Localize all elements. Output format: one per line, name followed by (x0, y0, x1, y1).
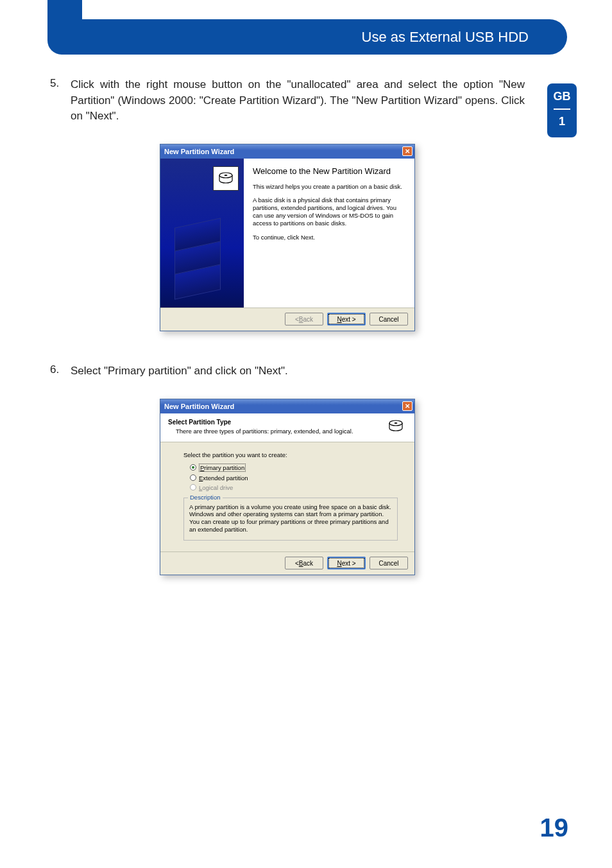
cancel-button[interactable]: Cancel (370, 313, 408, 326)
description-legend: Description (188, 494, 223, 501)
radio-logical-drive: Logical drive (190, 484, 398, 491)
svg-point-1 (225, 175, 228, 176)
dialog-1-footer: < Back Next > Cancel (160, 308, 414, 331)
dialog-1-p2: A basic disk is a physical disk that con… (253, 196, 405, 227)
radio-icon (190, 474, 196, 481)
side-tab-lang: GB (547, 90, 577, 103)
next-button[interactable]: Next > (327, 313, 366, 326)
dialog-2-title: New Partition Wizard (164, 403, 234, 410)
dialog-2-wrap: New Partition Wizard ✕ Select Partition … (50, 399, 525, 575)
dialog-1-p3: To continue, click Next. (253, 234, 405, 241)
header-title: Use as External USB HDD (362, 29, 529, 46)
page-number: 19 (540, 813, 569, 842)
step-6-text: Select "Primary partition" and click on … (71, 363, 525, 379)
close-icon: ✕ (405, 148, 410, 155)
radio-icon (190, 484, 196, 490)
step-5: 5. Click with the right mouse button on … (50, 77, 525, 125)
content-area: 5. Click with the right mouse button on … (50, 77, 525, 607)
dialog-1-titlebar: New Partition Wizard ✕ (160, 144, 414, 159)
radio-extended-partition[interactable]: Extended partition (190, 474, 398, 482)
partition-type-prompt: Select the partition you want to create: (183, 451, 398, 458)
cancel-button[interactable]: Cancel (370, 557, 408, 569)
side-tab-section: 1 (547, 115, 577, 128)
step-6: 6. Select "Primary partition" and click … (50, 363, 525, 379)
back-button[interactable]: < Back (285, 313, 323, 326)
dialog-2-content: Select the partition you want to create:… (160, 442, 414, 551)
disk-stack-graphic (174, 223, 221, 292)
next-button[interactable]: Next > (327, 557, 366, 569)
dialog-1-main: Welcome to the New Partition Wizard This… (244, 159, 414, 308)
dialog-2-header: Select Partition Type There are three ty… (160, 413, 414, 442)
dialog-2-titlebar: New Partition Wizard ✕ (160, 399, 414, 413)
dialog-2-header-sub: There are three types of partitions: pri… (168, 428, 387, 435)
radio-primary-partition[interactable]: Primary partition (190, 464, 398, 472)
dialog-2-footer: < Back Next > Cancel (160, 551, 414, 575)
dialog-1-title: New Partition Wizard (164, 148, 234, 155)
description-text: A primary partition is a volume you crea… (189, 503, 392, 534)
back-button[interactable]: < Back (285, 557, 323, 569)
description-group: Description A primary partition is a vol… (183, 498, 398, 541)
step-6-number: 6. (50, 363, 71, 379)
disk-icon (213, 166, 239, 191)
dialog-new-partition-welcome: New Partition Wizard ✕ (160, 144, 415, 331)
radio-icon (190, 464, 196, 471)
dialog-1-wrap: New Partition Wizard ✕ (50, 144, 525, 331)
step-5-text: Click with the right mouse button on the… (71, 77, 525, 125)
header-title-bar: Use as External USB HDD (76, 19, 567, 55)
step-5-number: 5. (50, 77, 71, 125)
page-header: Use as External USB HDD (0, 0, 612, 55)
svg-point-3 (395, 422, 398, 424)
side-tab: GB 1 (547, 83, 577, 137)
side-tab-divider (554, 108, 570, 110)
close-button[interactable]: ✕ (402, 146, 412, 156)
dialog-1-body: Welcome to the New Partition Wizard This… (160, 159, 414, 308)
close-icon: ✕ (405, 403, 410, 410)
dialog-1-p1: This wizard helps you create a partition… (253, 183, 405, 191)
dialog-select-partition-type: New Partition Wizard ✕ Select Partition … (160, 399, 415, 575)
disk-icon (387, 419, 408, 438)
dialog-1-heading: Welcome to the New Partition Wizard (253, 166, 405, 177)
dialog-1-sidebar (160, 159, 244, 308)
close-button[interactable]: ✕ (402, 401, 412, 411)
dialog-2-body: Select Partition Type There are three ty… (160, 413, 414, 551)
dialog-2-header-title: Select Partition Type (168, 419, 387, 426)
